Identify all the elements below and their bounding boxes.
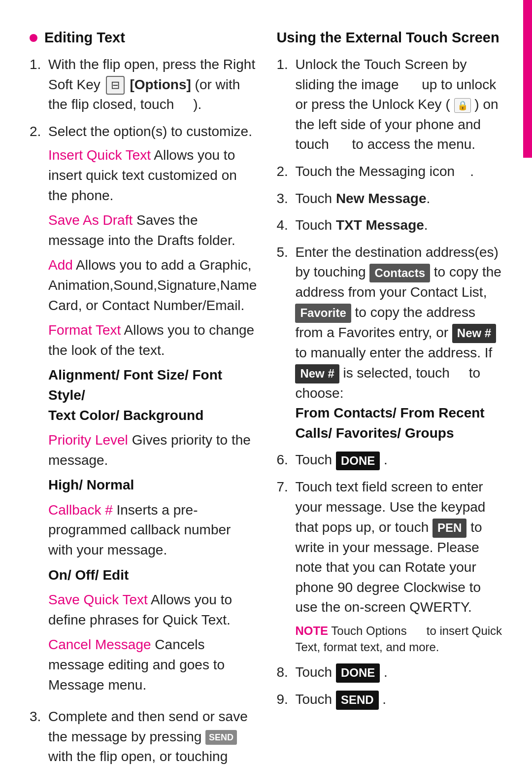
right-list-item-1: 1. Unlock the Touch Screen by sliding th… bbox=[276, 55, 502, 155]
list-item-3: 3. Complete and then send or save the me… bbox=[30, 707, 257, 765]
sub-item-on-off-edit: On/ Off/ Edit bbox=[48, 565, 257, 586]
sub-items: Insert Quick Text Allows you to insert q… bbox=[48, 145, 257, 695]
right-list-item-5: 5. Enter the destination address(es) by … bbox=[276, 243, 502, 444]
two-column-layout: Editing Text 1. With the flip open, pres… bbox=[30, 30, 502, 765]
list-item: 2. Select the option(s) to customize. In… bbox=[30, 122, 257, 700]
right-list-item-3: 3. Touch New Message. bbox=[276, 189, 502, 209]
sub-item-high-normal: High/ Normal bbox=[48, 475, 257, 495]
send-button-9: SEND bbox=[336, 691, 379, 710]
external-touch-screen-title: Using the External Touch Screen bbox=[276, 30, 502, 46]
done-button-8: DONE bbox=[336, 663, 380, 683]
sub-item-add: Add Allows you to add a Graphic, Animati… bbox=[48, 255, 257, 315]
contacts-button: Contacts bbox=[369, 264, 430, 283]
left-numbered-list: 1. With the flip open, press the Right S… bbox=[30, 55, 257, 765]
sub-item-priority: Priority Level Gives priority to the mes… bbox=[48, 430, 257, 470]
page-container: Editing Text 1. With the flip open, pres… bbox=[0, 0, 532, 765]
right-list-item-8: 8. Touch DONE . bbox=[276, 662, 502, 683]
favorite-button: Favorite bbox=[295, 304, 351, 323]
new-hash-button: New # bbox=[452, 324, 496, 343]
unlock-key-icon: 🔒 bbox=[454, 98, 471, 113]
new-hash-button-2: New # bbox=[295, 364, 339, 383]
sub-item-alignment: Alignment/ Font Size/ Font Style/Text Co… bbox=[48, 365, 257, 425]
right-list-item-7: 7. Touch text field screen to enter your… bbox=[276, 477, 502, 656]
pen-button: PEN bbox=[432, 519, 466, 538]
soft-key-icon: ⊟ bbox=[106, 76, 125, 95]
note-line: NOTE Touch Options to insert Quick Text,… bbox=[295, 623, 502, 656]
sub-item-format-text: Format Text Allows you to change the loo… bbox=[48, 320, 257, 360]
sub-item-cancel-message: Cancel Message Cancels message editing a… bbox=[48, 635, 257, 695]
sub-item-save-as-draft: Save As Draft Saves the message into the… bbox=[48, 210, 257, 250]
right-list-item-4: 4. Touch TXT Message. bbox=[276, 215, 502, 236]
editing-text-title: Editing Text bbox=[30, 30, 257, 46]
sub-item-insert-quick-text: Insert Quick Text Allows you to insert q… bbox=[48, 145, 257, 206]
right-list-item-9: 9. Touch SEND . bbox=[276, 690, 502, 710]
right-list-item-2: 2. Touch the Messaging icon . bbox=[276, 162, 502, 182]
right-numbered-list: 1. Unlock the Touch Screen by sliding th… bbox=[276, 55, 502, 710]
left-column: Editing Text 1. With the flip open, pres… bbox=[30, 30, 257, 765]
send-small-icon: SEND bbox=[205, 730, 237, 745]
right-column: Using the External Touch Screen 1. Unloc… bbox=[276, 30, 502, 765]
pink-bar bbox=[523, 0, 532, 158]
sub-item-save-quick-text: Save Quick Text Allows you to define phr… bbox=[48, 590, 257, 630]
list-item: 1. With the flip open, press the Right S… bbox=[30, 55, 257, 115]
right-list-item-6: 6. Touch DONE . bbox=[276, 450, 502, 470]
bullet-dot bbox=[30, 34, 37, 42]
sub-item-callback: Callback # Inserts a pre-programmed call… bbox=[48, 500, 257, 560]
done-button-6: DONE bbox=[336, 452, 380, 471]
